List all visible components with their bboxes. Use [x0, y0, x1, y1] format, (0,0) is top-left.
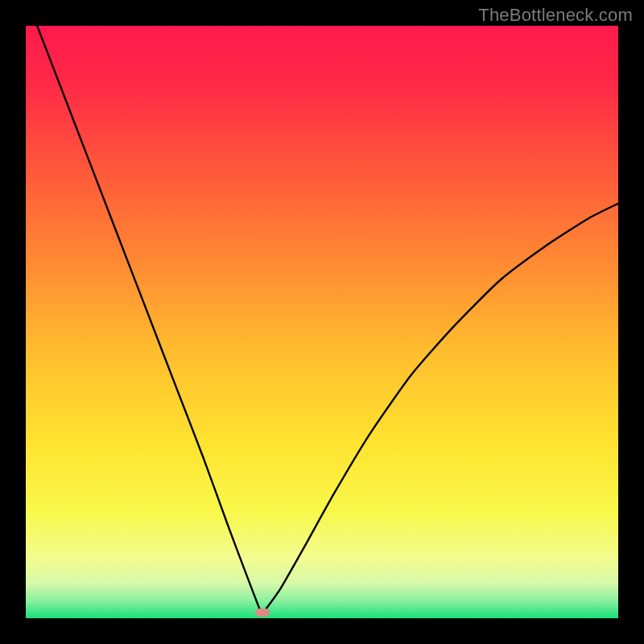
watermark-text: TheBottleneck.com	[478, 5, 633, 26]
chart-frame: TheBottleneck.com	[0, 0, 644, 644]
optimal-marker	[255, 609, 270, 617]
svg-rect-0	[26, 26, 618, 618]
background-gradient	[26, 26, 618, 618]
plot-area	[26, 26, 618, 618]
